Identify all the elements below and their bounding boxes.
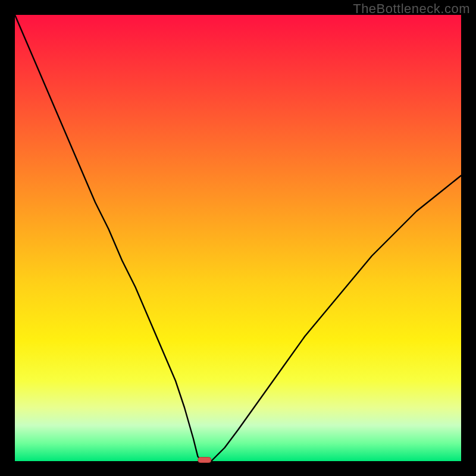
optimum-marker [198, 458, 211, 463]
chart-frame: TheBottleneck.com [0, 0, 476, 476]
watermark-text: TheBottleneck.com [353, 1, 470, 17]
chart-svg [15, 15, 461, 461]
bottleneck-curve [15, 15, 461, 461]
plot-area [15, 15, 461, 461]
